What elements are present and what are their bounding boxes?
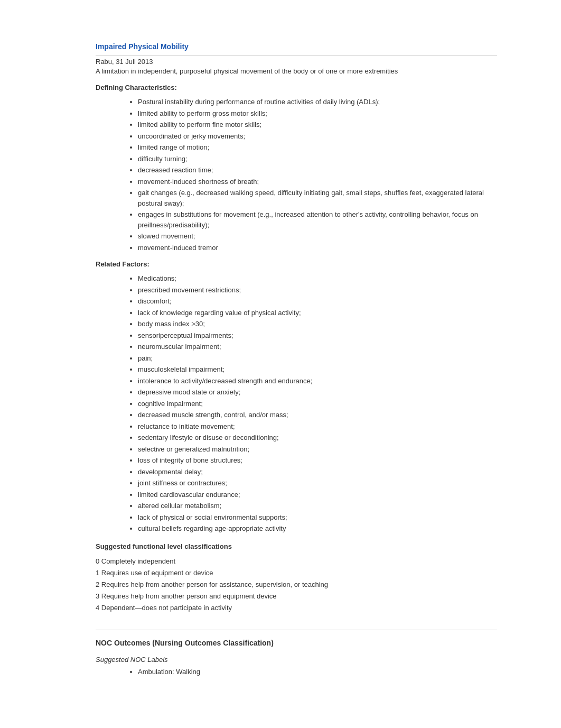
functional-level-item: 1 Requires use of equipment or device [96,567,497,579]
list-item: loss of integrity of bone structures; [138,455,497,466]
suggested-noc-label: Suggested NOC Labels [96,656,497,664]
list-item: Ambulation: Walking [138,667,497,677]
functional-levels: 0 Completely independent1 Requires use o… [96,556,497,614]
list-item: engages in substitutions for movement (e… [138,209,497,230]
defining-characteristics-heading: Defining Characteristics: [96,84,497,91]
list-item: lack of knowledge regarding value of phy… [138,308,497,318]
list-item: developmental delay; [138,467,497,477]
page-container: Impaired Physical Mobility Rabu, 31 Juli… [43,0,518,712]
functional-level-item: 3 Requires help from another person and … [96,591,497,602]
list-item: limited cardiovascular endurance; [138,490,497,500]
list-item: sensoriperceptual impairments; [138,330,497,341]
list-item: limited range of motion; [138,142,497,153]
related-factors-section: Related Factors: Medications;prescribed … [96,260,497,534]
list-item: body mass index >30; [138,319,497,329]
title-section: Impaired Physical Mobility [96,42,497,56]
list-item: musculoskeletal impairment; [138,364,497,375]
list-item: uncoordinated or jerky movements; [138,131,497,142]
list-item: selective or generalized malnutrition; [138,444,497,455]
list-item: reluctance to initiate movement; [138,421,497,432]
functional-section: Suggested functional level classificatio… [96,542,497,614]
list-item: lack of physical or social environmental… [138,512,497,523]
page-title: Impaired Physical Mobility [96,42,189,51]
list-item: movement-induced shortness of breath; [138,177,497,187]
list-item: cognitive impairment; [138,399,497,409]
list-item: pain; [138,353,497,364]
list-item: decreased muscle strength, control, and/… [138,410,497,420]
list-item: Postural instability during performance … [138,97,497,107]
list-item: limited ability to perform gross motor s… [138,108,497,119]
list-item: limited ability to perform fine motor sk… [138,119,497,130]
list-item: altered cellular metabolism; [138,501,497,511]
functional-level-item: 0 Completely independent [96,556,497,567]
list-item: joint stiffness or contractures; [138,478,497,489]
list-item: sedentary lifestyle or disuse or decondi… [138,432,497,443]
functional-level-item: 2 Requires help from another person for … [96,579,497,591]
list-item: neuromuscular impairment; [138,342,497,352]
date-line: Rabu, 31 Juli 2013 [96,58,497,66]
functional-heading: Suggested functional level classificatio… [96,542,497,550]
list-item: movement-induced tremor [138,243,497,253]
noc-section: NOC Outcomes (Nursing Outcomes Classific… [96,630,497,677]
list-item: decreased reaction time; [138,165,497,176]
list-item: Medications; [138,273,497,284]
list-item: cultural beliefs regarding age-appropria… [138,523,497,534]
list-item: difficulty turning; [138,154,497,164]
list-item: discomfort; [138,296,497,307]
list-item: intolerance to activity/decreased streng… [138,376,497,386]
defining-characteristics-list: Postural instability during performance … [96,97,497,253]
functional-level-item: 4 Dependent—does not participate in acti… [96,602,497,614]
list-item: slowed movement; [138,231,497,242]
list-item: gait changes (e.g., decreased walking sp… [138,188,497,208]
noc-heading: NOC Outcomes (Nursing Outcomes Classific… [96,639,497,647]
list-item: depressive mood state or anxiety; [138,387,497,398]
related-factors-heading: Related Factors: [96,260,497,268]
description-line: A limitation in independent, purposeful … [96,67,497,75]
noc-items-list: Ambulation: Walking [96,667,497,677]
list-item: prescribed movement restrictions; [138,285,497,296]
related-factors-list: Medications;prescribed movement restrict… [96,273,497,534]
